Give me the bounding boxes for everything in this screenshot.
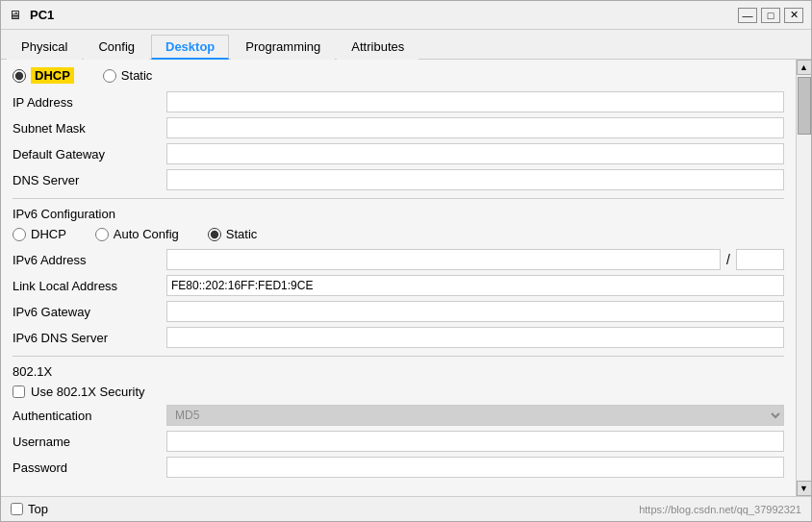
window-title: PC1 bbox=[30, 8, 54, 22]
ipv6-static-radio-item[interactable]: Static bbox=[208, 227, 258, 241]
ip-address-label: IP Address bbox=[13, 95, 166, 110]
ipv6-dhcp-radio-item[interactable]: DHCP bbox=[13, 227, 66, 241]
scrollbar-up-button[interactable]: ▲ bbox=[797, 60, 812, 75]
bottom-url: https://blog.csdn.net/qq_37992321 bbox=[639, 504, 801, 515]
auth-label: Authentication bbox=[13, 409, 166, 423]
content-area: DHCP Static IP Address Subnet Mask Defau… bbox=[1, 60, 811, 496]
ipv6-address-input[interactable] bbox=[166, 249, 721, 270]
ipv6-section-title: IPv6 Configuration bbox=[13, 207, 784, 221]
link-local-row: Link Local Address bbox=[13, 275, 784, 296]
dhcp-radio[interactable] bbox=[13, 69, 26, 83]
dhcp-label: DHCP bbox=[31, 67, 74, 84]
auth-select[interactable]: MD5 bbox=[166, 405, 784, 426]
close-button[interactable]: ✕ bbox=[784, 8, 803, 23]
ipv6-gateway-input[interactable] bbox=[166, 301, 784, 322]
scrollbar[interactable]: ▲ ▼ bbox=[796, 60, 811, 496]
top-link[interactable]: Top bbox=[28, 502, 48, 516]
ipv6-autoconfig-radio[interactable] bbox=[95, 228, 109, 241]
minimize-button[interactable]: — bbox=[738, 8, 757, 23]
section-divider-1 bbox=[13, 198, 784, 199]
username-row: Username bbox=[13, 431, 784, 452]
dns-server-label: DNS Server bbox=[13, 173, 166, 187]
bottom-left: Top bbox=[11, 502, 48, 516]
tab-physical[interactable]: Physical bbox=[7, 35, 82, 60]
ipv6-prefix-input[interactable] bbox=[736, 249, 784, 270]
auth-row: Authentication MD5 bbox=[13, 405, 784, 426]
ipv6-autoconfig-label: Auto Config bbox=[114, 227, 179, 241]
username-label: Username bbox=[13, 435, 166, 449]
ip-address-input[interactable] bbox=[166, 91, 784, 112]
ipv6-dns-input[interactable] bbox=[166, 327, 784, 348]
8021x-section-title: 802.1X bbox=[13, 364, 784, 379]
ipv4-radio-row: DHCP Static bbox=[13, 67, 784, 84]
ip-address-row: IP Address bbox=[13, 91, 784, 112]
scrollbar-thumb[interactable] bbox=[798, 77, 811, 135]
tab-desktop[interactable]: Desktop bbox=[151, 35, 229, 60]
ipv6-dns-row: IPv6 DNS Server bbox=[13, 327, 784, 348]
scrollbar-down-button[interactable]: ▼ bbox=[797, 481, 812, 496]
username-input[interactable] bbox=[166, 431, 784, 452]
tab-programming[interactable]: Programming bbox=[231, 35, 335, 60]
ipv6-address-label: IPv6 Address bbox=[13, 253, 166, 267]
prefix-separator: / bbox=[724, 252, 732, 267]
ipv6-dhcp-radio[interactable] bbox=[13, 228, 26, 241]
main-window: 🖥 PC1 — □ ✕ Physical Config Desktop Prog… bbox=[0, 0, 812, 522]
default-gateway-input[interactable] bbox=[166, 143, 784, 164]
password-row: Password bbox=[13, 457, 784, 478]
subnet-mask-label: Subnet Mask bbox=[13, 121, 166, 136]
static-label: Static bbox=[121, 68, 153, 83]
subnet-mask-row: Subnet Mask bbox=[13, 117, 784, 138]
ipv6-static-radio[interactable] bbox=[208, 228, 221, 241]
ipv6-gateway-row: IPv6 Gateway bbox=[13, 301, 784, 322]
use-8021x-checkbox[interactable] bbox=[13, 385, 25, 398]
top-checkbox[interactable] bbox=[11, 503, 23, 515]
ipv6-dns-label: IPv6 DNS Server bbox=[13, 331, 166, 345]
ipv6-radio-row: DHCP Auto Config Static bbox=[13, 227, 784, 241]
use-8021x-row: Use 802.1X Security bbox=[13, 385, 784, 399]
ipv6-static-label: Static bbox=[226, 227, 258, 241]
maximize-button[interactable]: □ bbox=[761, 8, 780, 23]
ipv6-dhcp-label: DHCP bbox=[31, 227, 66, 241]
dns-server-row: DNS Server bbox=[13, 169, 784, 190]
dhcp-radio-item[interactable]: DHCP bbox=[13, 67, 74, 84]
link-local-label: Link Local Address bbox=[13, 279, 166, 293]
dot8021x-section: 802.1X Use 802.1X Security Authenticatio… bbox=[13, 364, 784, 478]
default-gateway-row: Default Gateway bbox=[13, 143, 784, 164]
use-8021x-label: Use 802.1X Security bbox=[31, 385, 145, 399]
password-input[interactable] bbox=[166, 457, 784, 478]
ipv6-address-row: IPv6 Address / bbox=[13, 249, 784, 270]
tab-attributes[interactable]: Attributes bbox=[337, 35, 419, 60]
subnet-mask-input[interactable] bbox=[166, 117, 784, 138]
title-controls: — □ ✕ bbox=[738, 8, 803, 23]
bottom-bar: Top https://blog.csdn.net/qq_37992321 bbox=[1, 496, 811, 521]
main-panel: DHCP Static IP Address Subnet Mask Defau… bbox=[1, 60, 796, 496]
password-label: Password bbox=[13, 460, 166, 475]
default-gateway-label: Default Gateway bbox=[13, 147, 166, 162]
title-bar: 🖥 PC1 — □ ✕ bbox=[1, 1, 811, 30]
section-divider-2 bbox=[13, 356, 784, 357]
link-local-input[interactable] bbox=[166, 275, 784, 296]
tab-config[interactable]: Config bbox=[84, 35, 149, 60]
ipv6-gateway-label: IPv6 Gateway bbox=[13, 305, 166, 319]
tab-bar: Physical Config Desktop Programming Attr… bbox=[1, 30, 811, 60]
static-radio-item[interactable]: Static bbox=[103, 68, 153, 83]
ipv6-autoconfig-radio-item[interactable]: Auto Config bbox=[95, 227, 179, 241]
static-radio[interactable] bbox=[103, 69, 116, 83]
window-icon: 🖥 bbox=[9, 8, 24, 23]
title-bar-left: 🖥 PC1 bbox=[9, 8, 54, 23]
dns-server-input[interactable] bbox=[166, 169, 784, 190]
